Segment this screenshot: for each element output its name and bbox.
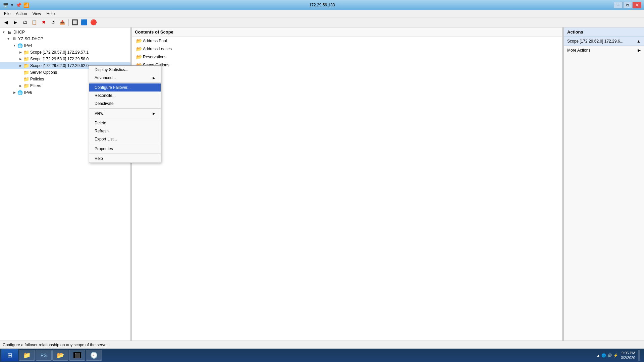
properties-button-1[interactable]: 🔲 — [71, 18, 79, 26]
contents-reservations[interactable]: 📂 Reservations — [132, 53, 562, 61]
show-desktop-button[interactable] — [638, 350, 640, 361]
ctx-view-label: View — [95, 111, 103, 116]
contents-scope-options[interactable]: 📂 Scope Options — [132, 61, 562, 69]
properties-button-2[interactable]: 🟦 — [80, 18, 88, 26]
stop-button[interactable]: 🔴 — [90, 18, 98, 26]
server-options-icon: 📁 — [23, 70, 29, 75]
taskbar-folder[interactable]: 📂 — [52, 350, 68, 361]
tree-item-yz-sg-dhcp[interactable]: ▼ 🖥 YZ-SG-DHCP — [0, 36, 130, 42]
menu-help[interactable]: Help — [44, 11, 58, 17]
server-icon: 🖥 — [11, 36, 17, 42]
taskbar-right: ▲ 🌐 🔊 ⚡ 9:05 PM 3/2/2020 — [596, 350, 643, 361]
back-button[interactable]: ◀ — [2, 18, 10, 26]
ctx-export-list[interactable]: Export List... — [89, 135, 161, 143]
expand-policies[interactable]: ▶ — [18, 77, 23, 81]
taskbar: ⊞ 📁 PS 📂 ⬛ 🕘 ▲ 🌐 🔊 ⚡ 9:05 PM 3/2/2020 — [0, 349, 644, 362]
tray-expand-icon[interactable]: ▲ — [596, 353, 600, 357]
address-leases-label: Address Leases — [143, 47, 172, 51]
battery-tray-icon: ⚡ — [613, 353, 618, 358]
contents-address-leases[interactable]: 📂 Address Leases — [132, 45, 562, 53]
address-leases-icon: 📂 — [136, 46, 142, 52]
expand-ipv6[interactable]: ▶ — [12, 90, 17, 95]
menu-file[interactable]: File — [1, 11, 13, 17]
title-bar-controls: ─ ⧉ ✕ — [614, 2, 641, 8]
expand-yz[interactable]: ▼ — [6, 37, 11, 41]
ctx-configure-failover[interactable]: Configure Failover... — [89, 83, 161, 92]
ctx-advanced-arrow-icon: ▶ — [153, 76, 155, 80]
title-bar-pin[interactable]: 📌 — [16, 2, 21, 8]
tree-label-scope58: Scope [172.29.58.0] 172.29.58.0 — [30, 57, 89, 61]
tree-item-dhcp[interactable]: ▼ 🖥 DHCP — [0, 29, 130, 36]
delete-button[interactable]: ✖ — [40, 18, 48, 26]
close-button[interactable]: ✕ — [633, 2, 641, 8]
expand-server-options[interactable]: ▶ — [18, 70, 23, 75]
minimize-button[interactable]: ─ — [614, 2, 623, 8]
title-bar: 🖥️ ▼ 📌 📶 172.29.56.133 ─ ⧉ ✕ — [0, 0, 644, 10]
ctx-advanced[interactable]: Advanced... ▶ — [89, 74, 161, 82]
expand-filters[interactable]: ▶ — [18, 83, 23, 88]
expand-dhcp[interactable]: ▼ — [1, 30, 6, 35]
address-pool-icon: 📂 — [136, 38, 142, 44]
tree-label-yz: YZ-SG-DHCP — [18, 37, 43, 41]
sys-tray: ▲ 🌐 🔊 ⚡ — [596, 353, 618, 358]
taskbar-powershell[interactable]: PS — [36, 350, 52, 361]
tree-item-scope57[interactable]: ▶ 📁 Scope [172.29.57.0] 172.29.57.1 — [0, 49, 130, 56]
folder-up-button[interactable]: 🗂 — [21, 18, 29, 26]
forward-button[interactable]: ▶ — [11, 18, 19, 26]
title-bar-signal: 📶 — [23, 2, 29, 8]
dhcp-icon: 🖥 — [7, 29, 12, 35]
expand-scope62[interactable]: ▶ — [18, 63, 23, 68]
actions-scope-expand-icon: ▲ — [637, 39, 641, 44]
tree-label-policies: Policies — [30, 77, 44, 81]
taskbar-file-explorer[interactable]: 📁 — [19, 350, 35, 361]
menu-view[interactable]: View — [30, 11, 44, 17]
ctx-sep-5 — [89, 154, 161, 154]
refresh-button[interactable]: ↺ — [49, 18, 57, 26]
show-hide-button[interactable]: 📋 — [30, 18, 38, 26]
app-icon: 🖥️ — [3, 2, 8, 8]
menu-action[interactable]: Action — [13, 11, 30, 17]
more-actions-label: More Actions — [567, 48, 590, 53]
expand-ipv4[interactable]: ▼ — [12, 43, 17, 48]
ctx-reconcile[interactable]: Reconcile... — [89, 92, 161, 100]
ctx-configure-failover-label: Configure Failover... — [95, 85, 130, 90]
ctx-sep-1 — [89, 82, 161, 83]
clock-date: 3/2/2020 — [621, 355, 635, 360]
restore-button[interactable]: ⧉ — [623, 2, 632, 8]
scope57-icon: 📁 — [23, 50, 29, 55]
tree-item-ipv4[interactable]: ▼ 🌐 IPv4 — [0, 42, 130, 49]
ctx-properties-label: Properties — [95, 146, 113, 151]
ctx-view[interactable]: View ▶ — [89, 109, 161, 117]
center-panel-header: Contents of Scope — [132, 27, 562, 37]
toolbar-separator-1 — [68, 19, 69, 26]
expand-scope58[interactable]: ▶ — [18, 57, 23, 61]
taskbar-clock-app[interactable]: 🕘 — [86, 350, 102, 361]
contents-address-pool[interactable]: 📂 Address Pool — [132, 37, 562, 45]
tree-label-ipv6: IPv6 — [24, 90, 32, 95]
ctx-deactivate[interactable]: Deactivate — [89, 100, 161, 108]
ctx-properties[interactable]: Properties — [89, 145, 161, 153]
tree-item-scope58[interactable]: ▶ 📁 Scope [172.29.58.0] 172.29.58.0 — [0, 56, 130, 62]
ctx-delete[interactable]: Delete — [89, 119, 161, 127]
policies-icon: 📁 — [23, 76, 29, 82]
ctx-help[interactable]: Help — [89, 155, 161, 163]
expand-scope57[interactable]: ▶ — [18, 50, 23, 55]
system-clock[interactable]: 9:05 PM 3/2/2020 — [621, 351, 635, 360]
more-actions-item[interactable]: More Actions ▶ — [564, 46, 644, 55]
taskbar-terminal[interactable]: ⬛ — [69, 350, 85, 361]
start-button[interactable]: ⊞ — [1, 349, 18, 361]
ctx-refresh[interactable]: Refresh — [89, 127, 161, 135]
actions-scope-item[interactable]: Scope [172.29.62.0] 172.29.6... ▲ — [564, 37, 644, 46]
network-tray-icon: 🌐 — [601, 353, 606, 358]
ctx-deactivate-label: Deactivate — [95, 101, 114, 106]
title-bar-title: 172.29.56.133 — [309, 3, 335, 7]
title-bar-dropdown[interactable]: ▼ — [10, 3, 14, 7]
export-button[interactable]: 📤 — [58, 18, 66, 26]
status-text: Configure a failover relationship on any… — [3, 343, 108, 347]
folder-icon: 📂 — [57, 352, 64, 359]
ctx-sep-4 — [89, 144, 161, 144]
ctx-display-statistics[interactable]: Display Statistics... — [89, 66, 161, 74]
start-icon: ⊞ — [7, 352, 12, 359]
terminal-icon: ⬛ — [73, 352, 81, 358]
filters-icon: 📁 — [23, 83, 29, 88]
